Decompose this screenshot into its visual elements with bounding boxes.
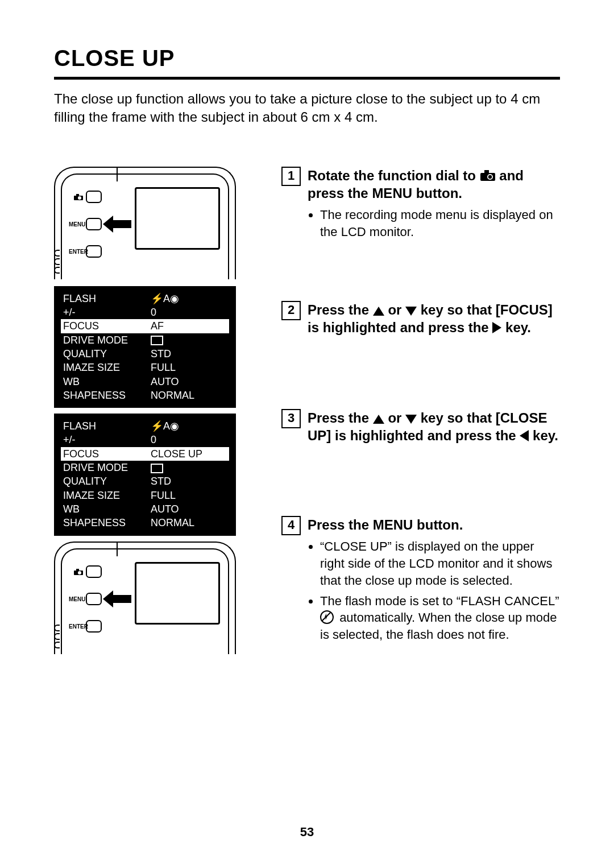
menu-row: QUALITYSTD: [61, 347, 229, 361]
note: The recording mode menu is displayed on …: [320, 206, 560, 240]
camera-diagram-2: MENU ENTER: [54, 542, 236, 654]
right-arrow-icon: [492, 322, 501, 333]
camera-button-menu: [86, 218, 102, 230]
menu-row-highlighted: FOCUSCLOSE UP: [61, 447, 229, 461]
camera-label-menu: MENU: [69, 596, 84, 602]
flash-cancel-icon: [320, 610, 334, 624]
step-number: 1: [281, 167, 301, 186]
hinge-icon: [54, 625, 61, 654]
step-2: 2 Press the or key so that [FOCUS] is hi…: [281, 301, 560, 336]
camera-label-icon: [69, 194, 84, 202]
lcd-screen-icon: [135, 562, 220, 625]
menu-row: FLASH⚡A◉: [61, 292, 229, 305]
camera-label-enter: ENTER: [69, 623, 84, 630]
step-number: 4: [281, 516, 301, 535]
single-frame-icon: [151, 336, 163, 345]
svg-point-2: [78, 196, 81, 200]
menu-row-highlighted: FOCUSAF: [61, 319, 229, 333]
camera-label-menu: MENU: [69, 221, 84, 228]
note: “CLOSE UP” is displayed on the upper rig…: [320, 538, 560, 589]
step-1: 1 Rotate the function dial to and press …: [281, 167, 560, 244]
svg-rect-1: [76, 194, 79, 196]
page-number: 53: [0, 825, 614, 840]
menu-row: IMAZE SIZEFULL: [61, 361, 229, 374]
menu-row: QUALITYSTD: [61, 474, 229, 488]
lcd-screen-icon: [135, 187, 220, 250]
menu-row: DRIVE MODE: [61, 461, 229, 474]
menu-panel-closeup: FLASH⚡A◉ +/-0 FOCUSCLOSE UP DRIVE MODE Q…: [54, 414, 236, 535]
single-frame-icon: [151, 464, 163, 473]
menu-row: +/-0: [61, 305, 229, 319]
step-heading: Press the MENU button.: [308, 516, 560, 534]
menu-row: DRIVE MODE: [61, 333, 229, 347]
camera-button-enter: [86, 245, 102, 258]
svg-point-9: [488, 175, 491, 179]
svg-rect-4: [76, 569, 79, 571]
title-underline: [54, 77, 560, 80]
step-4: 4 Press the MENU button. “CLOSE UP” is d…: [281, 516, 560, 646]
camera-label-enter: ENTER: [69, 249, 84, 255]
right-column: 1 Rotate the function dial to and press …: [281, 167, 560, 661]
menu-row: SHAPENESSNORMAL: [61, 388, 229, 402]
camera-button-icon: [86, 565, 102, 578]
camera-button-enter: [86, 620, 102, 633]
menu-row: +/-0: [61, 433, 229, 447]
press-arrow-icon: [103, 216, 131, 233]
menu-row: WBAUTO: [61, 375, 229, 388]
down-arrow-icon: [405, 307, 417, 316]
step-heading: Rotate the function dial to and press th…: [308, 167, 560, 202]
menu-row: IMAZE SIZEFULL: [61, 489, 229, 502]
svg-point-5: [78, 571, 81, 574]
hinge-icon: [54, 250, 61, 279]
step-notes: The recording mode menu is displayed on …: [308, 206, 560, 240]
camera-button-icon: [86, 191, 102, 203]
left-arrow-icon: [520, 430, 529, 441]
menu-row: SHAPENESSNORMAL: [61, 516, 229, 530]
menu-panel-af: FLASH⚡A◉ +/-0 FOCUSAF DRIVE MODE QUALITY…: [54, 286, 236, 408]
page-title: CLOSE UP: [54, 46, 560, 71]
step-heading: Press the or key so that [CLOSE UP] is h…: [308, 409, 560, 444]
camera-label-icon: [69, 569, 84, 577]
up-arrow-icon: [373, 307, 384, 316]
intro-paragraph: The close up function allows you to take…: [54, 90, 560, 127]
left-column: MENU ENTER FLASH⚡A◉ +/-0 FOCUSAF DRIVE M…: [54, 167, 247, 661]
menu-row: FLASH⚡A◉: [61, 419, 229, 433]
camera-mode-icon: [480, 170, 496, 181]
step-3: 3 Press the or key so that [CLOSE UP] is…: [281, 409, 560, 444]
two-column-layout: MENU ENTER FLASH⚡A◉ +/-0 FOCUSAF DRIVE M…: [54, 167, 560, 661]
up-arrow-icon: [373, 415, 384, 424]
camera-diagram-1: MENU ENTER: [54, 167, 236, 279]
step-number: 2: [281, 301, 301, 320]
press-arrow-icon: [103, 590, 131, 607]
manual-page: CLOSE UP The close up function allows yo…: [0, 0, 614, 868]
step-number: 3: [281, 409, 301, 428]
down-arrow-icon: [405, 415, 417, 424]
step-notes: “CLOSE UP” is displayed on the upper rig…: [308, 538, 560, 643]
note: The flash mode is set to “FLASH CANCEL” …: [320, 593, 560, 643]
step-heading: Press the or key so that [FOCUS] is high…: [308, 301, 560, 336]
menu-row: WBAUTO: [61, 502, 229, 516]
svg-rect-7: [484, 170, 489, 173]
camera-button-menu: [86, 593, 102, 605]
